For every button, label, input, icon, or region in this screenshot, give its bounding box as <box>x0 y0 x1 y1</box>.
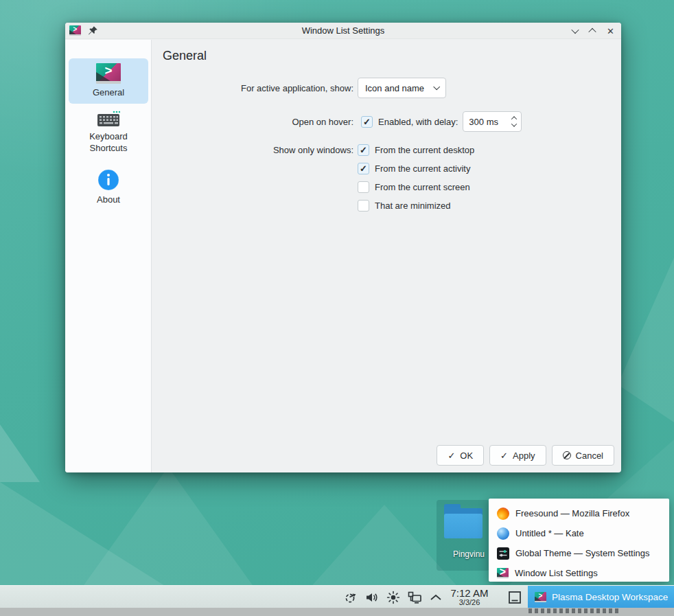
hover-checkbox-label: Enabled, with delay: <box>378 117 458 127</box>
pin-icon[interactable] <box>88 25 98 36</box>
option-label: From the current activity <box>375 163 470 174</box>
window-list-icon <box>535 592 546 602</box>
titlebar[interactable]: Window List Settings ✕ <box>65 23 621 39</box>
clock-date: 3/3/26 <box>459 599 480 607</box>
desktop-folder-item[interactable]: Pingvinu <box>437 500 489 571</box>
tray-expand-icon[interactable] <box>428 590 443 605</box>
system-settings-icon <box>497 547 509 560</box>
volume-icon[interactable] <box>364 590 380 605</box>
spin-down-icon[interactable] <box>511 121 517 126</box>
window-list-item-window-list-settings[interactable]: Window List Settings <box>489 563 669 583</box>
checkbox[interactable] <box>358 144 369 156</box>
input-status-icon[interactable] <box>343 590 358 605</box>
open-on-hover-row: Open on hover: Enabled, with delay: 300 … <box>65 111 522 132</box>
firefox-icon <box>497 507 509 520</box>
option-minimized[interactable]: That are minimized <box>358 199 474 212</box>
clock-time: 7:12 AM <box>450 588 488 599</box>
kate-icon <box>497 527 509 540</box>
folder-label: Pingvinu <box>453 549 485 559</box>
show-desktop-icon[interactable] <box>507 589 522 605</box>
open-on-hover-label: Open on hover: <box>65 117 353 127</box>
checkbox[interactable] <box>358 163 369 174</box>
page-heading: General <box>163 49 207 63</box>
option-current-activity[interactable]: From the current activity <box>358 162 474 174</box>
option-label: That are minimized <box>375 201 451 211</box>
brightness-icon[interactable] <box>386 590 401 605</box>
ok-button[interactable]: ✓ OK <box>437 445 484 466</box>
display-device-icon[interactable] <box>407 590 422 605</box>
cancel-button[interactable]: Cancel <box>552 445 614 466</box>
window-list-settings-dialog: Window List Settings ✕ General <box>65 23 621 472</box>
active-application-label: For active application, show: <box>65 83 353 93</box>
dropdown-value: Icon and name <box>365 83 424 93</box>
hover-enabled-checkbox[interactable] <box>361 116 373 128</box>
check-icon: ✓ <box>448 451 455 460</box>
active-application-row: For active application, show: Icon and n… <box>65 78 446 98</box>
desktop: Pingvinu Window List Settings ✕ General <box>0 0 674 616</box>
dialog-buttons: ✓ OK ✓ Apply Cancel <box>437 445 614 466</box>
check-icon: ✓ <box>500 451 508 460</box>
minimize-icon[interactable] <box>571 26 579 34</box>
folder-icon <box>444 508 483 538</box>
window-list-popup: Freesound — Mozilla Firefox Untitled * —… <box>489 499 669 582</box>
taskbar: 7:12 AM 3/3/26 Plasma Desktop Workspace <box>0 585 674 608</box>
window-list-app-icon <box>69 25 81 36</box>
cancel-icon <box>563 451 571 459</box>
checkbox[interactable] <box>358 200 369 212</box>
system-tray <box>343 586 443 608</box>
task-button-plasma-desktop-workspace[interactable]: Plasma Desktop Workspace <box>528 586 674 608</box>
window-list-item-system-settings[interactable]: Global Theme — System Settings <box>489 543 669 563</box>
option-label: From the current desktop <box>375 145 474 155</box>
close-icon[interactable]: ✕ <box>607 27 614 36</box>
window-title: Window List Settings <box>65 25 621 36</box>
delay-spinbox[interactable]: 300 ms <box>463 111 522 132</box>
show-only-windows-section: Show only windows: From the current desk… <box>65 144 474 218</box>
show-only-label: Show only windows: <box>65 144 353 155</box>
option-label: From the current screen <box>375 182 470 192</box>
panel-edge-marks <box>528 608 621 613</box>
sidebar: General Keyboard Shortcuts <box>65 40 152 472</box>
option-current-desktop[interactable]: From the current desktop <box>358 144 474 156</box>
window-list-icon <box>497 568 509 578</box>
window-list-item-firefox[interactable]: Freesound — Mozilla Firefox <box>489 503 669 523</box>
option-current-screen[interactable]: From the current screen <box>358 181 474 193</box>
window-list-item-kate[interactable]: Untitled * — Kate <box>489 523 669 543</box>
delay-value: 300 ms <box>469 117 498 127</box>
checkbox[interactable] <box>358 181 369 193</box>
maximize-icon[interactable] <box>588 28 596 36</box>
screen-bottom-strip <box>0 608 674 616</box>
digital-clock[interactable]: 7:12 AM 3/3/26 <box>443 586 496 608</box>
active-application-dropdown[interactable]: Icon and name <box>358 78 446 98</box>
chevron-down-icon <box>433 83 440 90</box>
task-button-label: Plasma Desktop Workspace <box>552 592 668 602</box>
apply-button[interactable]: ✓ Apply <box>489 445 546 466</box>
